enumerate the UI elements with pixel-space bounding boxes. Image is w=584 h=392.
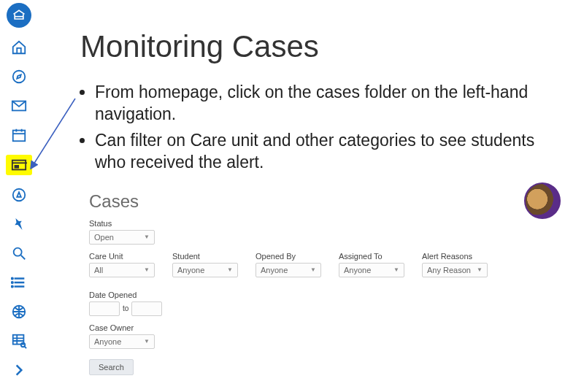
filter-opened-by: Opened By Anyone ▼	[256, 252, 321, 277]
chevron-down-icon: ▼	[144, 234, 150, 240]
date-from-input[interactable]	[89, 301, 120, 316]
svg-point-6	[14, 248, 22, 256]
cases-screenshot: Cases Status Open ▼ Care Unit All ▼ St	[80, 188, 562, 375]
cases-folder-icon[interactable]	[9, 155, 28, 174]
chevron-down-icon: ▼	[310, 266, 316, 273]
chevron-down-icon: ▼	[477, 266, 483, 273]
filter-label: Date Opened	[89, 291, 162, 299]
filter-care-unit: Care Unit All ▼	[89, 252, 155, 277]
status-dropdown[interactable]: Open ▼	[89, 230, 155, 245]
home-icon[interactable]	[9, 38, 28, 57]
alert-reasons-dropdown[interactable]: Any Reason ▼	[422, 263, 488, 277]
filter-case-owner: Case Owner Anyone ▼	[89, 323, 155, 349]
logo-icon[interactable]	[7, 3, 31, 28]
dropdown-value: Anyone	[94, 337, 121, 346]
chevron-down-icon: ▼	[144, 266, 150, 273]
chevron-down-icon: ▼	[393, 266, 399, 273]
dropdown-value: Anyone	[344, 266, 371, 274]
dropdown-value: Anyone	[261, 266, 288, 274]
pin-icon[interactable]	[6, 211, 32, 237]
filter-label: Student	[172, 252, 238, 261]
chevron-down-icon: ▼	[144, 338, 150, 345]
filter-label: Opened By	[256, 252, 321, 261]
search-icon[interactable]	[9, 244, 28, 263]
dropdown-value: Anyone	[177, 266, 204, 274]
assigned-to-dropdown[interactable]: Anyone ▼	[339, 263, 404, 277]
svg-line-13	[34, 99, 75, 164]
left-sidebar	[0, 0, 38, 392]
dropdown-value: All	[94, 266, 103, 274]
filter-row-2: Care Unit All ▼ Student Anyone ▼ Opened …	[89, 252, 561, 316]
slide-content: Monitoring Cases From homepage, click on…	[80, 29, 562, 375]
case-owner-dropdown[interactable]: Anyone ▼	[89, 334, 155, 349]
filter-label: Assigned To	[339, 252, 404, 261]
filter-assigned-to: Assigned To Anyone ▼	[339, 252, 404, 277]
chevron-down-icon: ▼	[227, 266, 233, 273]
next-chevron-icon[interactable]	[9, 361, 28, 380]
search-button[interactable]: Search	[89, 359, 134, 375]
list-icon[interactable]	[9, 273, 28, 292]
svg-point-0	[13, 71, 26, 83]
filter-student: Student Anyone ▼	[172, 252, 238, 277]
filter-label: Case Owner	[89, 323, 155, 332]
filter-row-3: Case Owner Anyone ▼	[89, 323, 561, 349]
filter-status: Status Open ▼	[89, 219, 155, 245]
date-to-input[interactable]	[131, 301, 162, 316]
svg-point-9	[12, 286, 13, 288]
target-icon[interactable]	[9, 185, 28, 204]
bullet-item: Can filter on Care unit and other catego…	[95, 130, 562, 174]
svg-point-8	[12, 282, 13, 283]
filter-label: Care Unit	[89, 252, 155, 261]
bullet-list: From homepage, click on the cases folder…	[80, 82, 562, 174]
date-opened-range: to	[89, 301, 162, 316]
dropdown-value: Any Reason	[427, 266, 471, 274]
filter-label: Alert Reasons	[422, 252, 488, 261]
dropdown-value: Open	[94, 233, 114, 242]
globe-icon[interactable]	[9, 302, 28, 321]
page-title: Monitoring Cases	[80, 29, 562, 64]
grid-search-icon[interactable]	[9, 331, 28, 350]
mail-icon[interactable]	[9, 96, 28, 115]
date-to-label: to	[123, 304, 128, 312]
cases-folder-highlight	[6, 155, 32, 175]
svg-rect-4	[15, 165, 19, 169]
filter-row-1: Status Open ▼	[89, 219, 561, 245]
student-dropdown[interactable]: Anyone ▼	[172, 263, 238, 277]
svg-rect-2	[13, 131, 26, 142]
calendar-icon[interactable]	[9, 126, 28, 145]
filter-alert-reasons: Alert Reasons Any Reason ▼	[422, 252, 488, 277]
filter-date-opened: Date Opened to	[89, 291, 162, 316]
opened-by-dropdown[interactable]: Anyone ▼	[256, 263, 321, 277]
compass-icon[interactable]	[9, 67, 28, 86]
care-unit-dropdown[interactable]: All ▼	[89, 263, 155, 277]
svg-point-7	[12, 278, 13, 280]
avatar	[524, 182, 561, 219]
bullet-item: From homepage, click on the cases folder…	[95, 82, 562, 126]
cases-heading: Cases	[89, 191, 561, 212]
filter-label: Status	[89, 219, 155, 228]
